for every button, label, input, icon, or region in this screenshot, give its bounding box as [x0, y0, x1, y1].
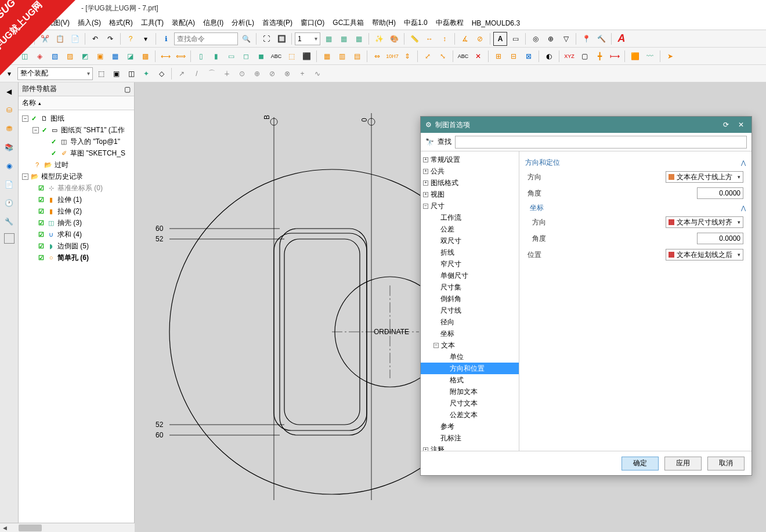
menu-analysis[interactable]: 分析(L): [232, 18, 254, 28]
tb-palette-icon[interactable]: 🎨: [387, 32, 401, 46]
sidebar-tool-icon[interactable]: 🔧: [2, 215, 16, 229]
dlg-tree-toltext[interactable]: 公差文本: [421, 409, 519, 421]
tree-node-hole[interactable]: ☑○简单孔 (6): [20, 252, 133, 263]
tb2-icon-8[interactable]: ▦: [108, 49, 122, 63]
sidebar-doc-icon[interactable]: 📄: [2, 178, 16, 191]
tree-node-history[interactable]: −📂模型历史记录: [20, 171, 133, 182]
tb3-snap-icon[interactable]: ↗: [175, 67, 189, 81]
tb3-icon-3[interactable]: ◫: [124, 67, 138, 81]
num-select[interactable]: 1: [295, 32, 320, 45]
tb-dropdown-icon[interactable]: ▾: [139, 32, 153, 46]
dlg-tree-ordinate[interactable]: 坐标: [421, 328, 519, 339]
tb3-point-icon[interactable]: ∔: [220, 67, 234, 81]
tree-node-sheet[interactable]: −✓▭图纸页 "SHT1" (工作: [20, 124, 133, 136]
menu-gctools[interactable]: GC工具箱: [333, 18, 364, 28]
dropdown-direction[interactable]: 文本在尺寸线上方: [666, 171, 743, 183]
dlg-tree-workflow[interactable]: 工作流: [421, 212, 519, 223]
tree-node-extrude2[interactable]: ☑▮拉伸 (2): [20, 205, 133, 217]
tb2-csys-icon[interactable]: ╋: [592, 49, 606, 63]
tb2-abc-icon[interactable]: ABC: [269, 49, 283, 63]
dlg-tree-single[interactable]: 单侧尺寸: [421, 270, 519, 281]
tb2-sheet3-icon[interactable]: ▭: [224, 49, 238, 63]
tb2-dim4-icon[interactable]: ⇕: [400, 49, 414, 63]
tb2-sheet5-icon[interactable]: ◼: [254, 49, 268, 63]
dlg-tree-general[interactable]: +常规/设置: [421, 154, 519, 165]
dlg-tree-orient[interactable]: 方向和位置: [421, 363, 519, 374]
dlg-tree-ref[interactable]: 参考: [421, 421, 519, 432]
menu-assembly[interactable]: 装配(A): [172, 18, 195, 28]
tb-target2-icon[interactable]: ⊕: [544, 32, 558, 46]
tb-open-icon[interactable]: 📂: [2, 32, 16, 46]
tb-text-icon[interactable]: A: [493, 32, 507, 46]
tb-zoom-icon[interactable]: 🔲: [274, 32, 288, 46]
menu-hbmould[interactable]: HB_MOULD6.3: [472, 19, 520, 27]
tb2-10h7-icon[interactable]: 10H7: [385, 49, 399, 63]
dlg-tree-dimline[interactable]: 尺寸线: [421, 305, 519, 316]
dlg-tree-dimtext[interactable]: 尺寸文本: [421, 397, 519, 409]
tb-target1-icon[interactable]: ◎: [529, 32, 543, 46]
tb-redo-icon[interactable]: ↷: [103, 32, 117, 46]
tb2-icon-1[interactable]: ▱: [2, 49, 16, 63]
tb2-icon-7[interactable]: ▣: [93, 49, 107, 63]
tb-pin-icon[interactable]: 📍: [579, 32, 593, 46]
tb2-circ-icon[interactable]: ◐: [542, 49, 556, 63]
tree-node-extrude1[interactable]: ☑▮拉伸 (1): [20, 194, 133, 205]
dlg-tree-dim[interactable]: −尺寸: [421, 200, 519, 212]
sidebar-empty-icon[interactable]: [4, 233, 15, 244]
dlg-tree-narrow[interactable]: 窄尺寸: [421, 258, 519, 270]
tb3-int-icon[interactable]: ⊗: [280, 67, 294, 81]
tb2-x-icon[interactable]: ✕: [471, 49, 485, 63]
tb2-view2-icon[interactable]: ⬛: [299, 49, 313, 63]
tb3-icon-2[interactable]: ▣: [109, 67, 123, 81]
tb-paste-icon[interactable]: 📄: [68, 32, 82, 46]
menu-help[interactable]: 帮助(H): [372, 18, 396, 28]
apply-button[interactable]: 应用: [664, 457, 702, 471]
tb-measure-icon[interactable]: 📏: [407, 32, 421, 46]
dialog-reset-icon[interactable]: ⟳: [720, 119, 732, 131]
tb2-cube-icon[interactable]: 🟧: [628, 49, 642, 63]
menu-view[interactable]: 视图(V): [46, 18, 70, 28]
tb3-icon-1[interactable]: ⬚: [94, 67, 108, 81]
tb-dim-h-icon[interactable]: ↔: [422, 32, 436, 46]
cancel-button[interactable]: 取消: [707, 457, 745, 471]
tb2-grid3-icon[interactable]: ▤: [350, 49, 364, 63]
menu-tools[interactable]: 工具(T): [141, 18, 164, 28]
tb-save-icon[interactable]: 💾: [17, 32, 31, 46]
section-coordinate[interactable]: 坐标⋀: [530, 201, 746, 214]
tb-info-icon[interactable]: ℹ: [159, 32, 173, 46]
dropdown-position[interactable]: 文本在短划线之后: [666, 249, 743, 260]
sidebar-assem-icon[interactable]: ⛃: [2, 122, 16, 136]
sidebar-wifi-icon[interactable]: ◉: [2, 159, 16, 173]
ok-button[interactable]: 确定: [622, 457, 659, 471]
tb3-mid-icon[interactable]: ⊙: [235, 67, 249, 81]
tb2-icon-10[interactable]: ▩: [138, 49, 152, 63]
nav-column-header[interactable]: 名称▴: [19, 96, 134, 110]
tb-search-go-icon[interactable]: 🔍: [239, 32, 253, 46]
dlg-tree-common[interactable]: +公共: [421, 165, 519, 177]
tb2-dim5-icon[interactable]: ⤢: [421, 49, 435, 63]
tb2-grid1-icon[interactable]: ▦: [320, 49, 334, 63]
tree-node-imported[interactable]: ✓◫导入的 "Top@1": [20, 136, 133, 147]
section-direction-orientation[interactable]: 方向和定位⋀: [525, 156, 746, 169]
tb-wand-icon[interactable]: ✨: [372, 32, 386, 46]
tb2-icon-4[interactable]: ▧: [48, 49, 62, 63]
tree-node-sum[interactable]: ☑∪求和 (4): [20, 229, 133, 240]
tb-fit-icon[interactable]: ⛶: [259, 32, 273, 46]
dlg-tree-annot[interactable]: +注释: [421, 444, 519, 451]
tb-dim-ang-icon[interactable]: ∡: [458, 32, 472, 46]
tree-node-shell[interactable]: ☑◫抽壳 (3): [20, 217, 133, 229]
tb2-tbl3-icon[interactable]: ⊠: [522, 49, 536, 63]
tb2-dim6-icon[interactable]: ⤡: [436, 49, 450, 63]
tb2-sheet4-icon[interactable]: ◻: [239, 49, 253, 63]
tree-node-sketch[interactable]: ✓✐草图 "SKETCH_S: [20, 147, 133, 159]
nav-pin-icon[interactable]: ▢: [124, 85, 131, 93]
dialog-search-input[interactable]: [455, 136, 747, 149]
sidebar-books-icon[interactable]: 📚: [2, 140, 16, 154]
tb2-tbl1-icon[interactable]: ⊞: [492, 49, 505, 63]
assembly-filter-select[interactable]: 整个装配: [17, 67, 93, 80]
tb-copy-icon[interactable]: 📋: [53, 32, 67, 46]
tb2-arrow-icon[interactable]: ➤: [663, 49, 677, 63]
dlg-tree-sheetfmt[interactable]: +图纸格式: [421, 177, 519, 189]
sidebar-toggle-icon[interactable]: ◀: [2, 85, 16, 99]
menu-window[interactable]: 窗口(O): [301, 18, 324, 28]
